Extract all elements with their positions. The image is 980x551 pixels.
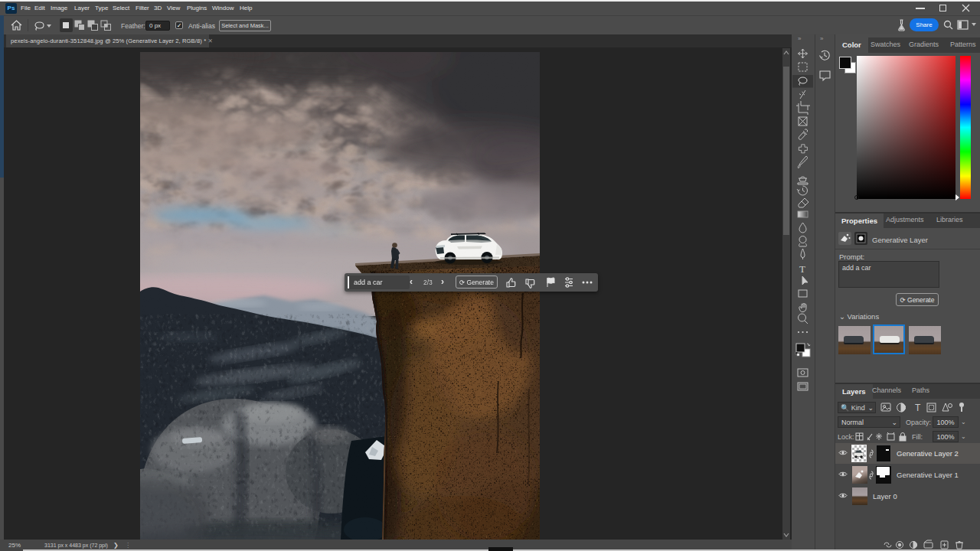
svg-text:T: T	[799, 263, 805, 275]
svg-text:T: T	[915, 403, 921, 413]
